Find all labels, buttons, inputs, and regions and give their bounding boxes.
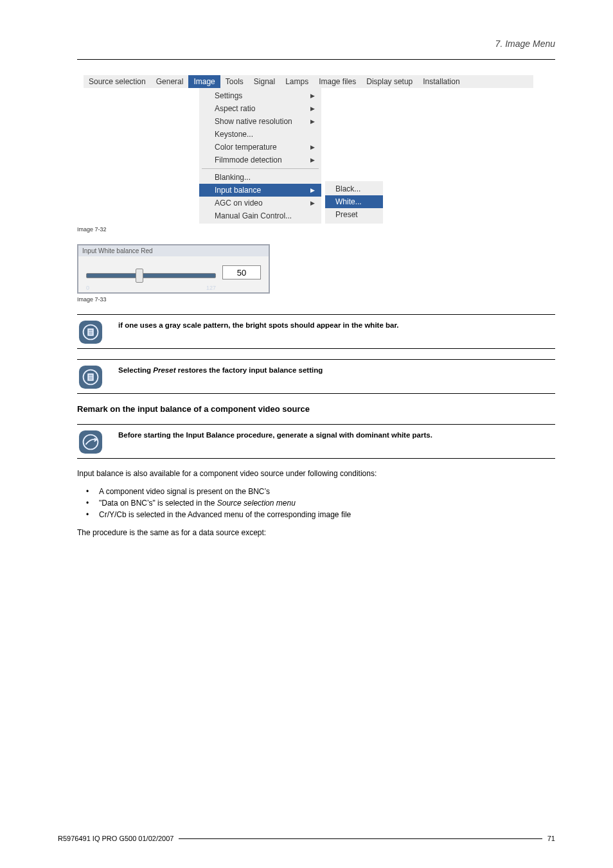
note-icon [78,320,103,344]
slider-thumb[interactable] [136,269,143,283]
tip-icon [78,430,103,454]
svg-rect-12 [79,430,102,454]
slider-max-label: 127 [206,285,216,291]
note-preset: Selecting Preset restores the factory in… [77,359,555,394]
tab-signal[interactable]: Signal [249,75,280,88]
separator [202,168,319,169]
conditions-list: A component video signal is present on t… [84,486,555,520]
menu-aspect-ratio[interactable]: Aspect ratio▶ [199,102,321,115]
chapter-title: 7. Image Menu [77,39,555,53]
menu-input-balance[interactable]: Input balance▶ [199,184,321,197]
chevron-right-icon: ▶ [310,93,315,99]
menu-color-temperature[interactable]: Color temperature▶ [199,141,321,154]
menu-show-native-resolution[interactable]: Show native resolution▶ [199,115,321,128]
chevron-right-icon: ▶ [310,200,315,206]
tab-installation[interactable]: Installation [418,75,465,88]
footer-doc-id: R5976491 IQ PRO G500 01/02/2007 [58,835,173,842]
submenu-black[interactable]: Black... [325,182,383,195]
tab-tools[interactable]: Tools [220,75,249,88]
slider-panel: Input White balance Red 0 127 50 [77,244,270,294]
menu-keystone[interactable]: Keystone... [199,128,321,141]
tab-lamps[interactable]: Lamps [280,75,314,88]
tab-general[interactable]: General [151,75,189,88]
chevron-right-icon: ▶ [310,118,315,125]
list-item: A component video signal is present on t… [84,486,555,497]
caption-image-7-33: Image 7-33 [77,296,555,303]
menu-filmmode-detection[interactable]: Filmmode detection▶ [199,154,321,166]
outro-text: The procedure is the same as for a data … [77,528,555,537]
slider-value[interactable]: 50 [222,265,261,279]
tab-image-files[interactable]: Image files [314,75,361,88]
menu-agc-on-video[interactable]: AGC on video▶ [199,197,321,209]
slider-min-label: 0 [86,285,89,291]
slider-track[interactable]: 0 127 [86,273,216,278]
menu-screenshot: Source selection General Image Tools Sig… [84,75,555,224]
menu-bar: Source selection General Image Tools Sig… [84,75,533,88]
note-icon [78,365,103,389]
submenu-preset[interactable]: Preset [325,208,383,221]
slider-title: Input White balance Red [78,245,269,256]
menu-settings[interactable]: Settings▶ [199,89,321,102]
footer: R5976491 IQ PRO G500 01/02/2007 71 [58,835,555,842]
menu-blanking[interactable]: Blanking... [199,171,321,184]
menu-manual-gain-control[interactable]: Manual Gain Control... [199,209,321,222]
intro-text: Input balance is also available for a co… [77,469,555,478]
chevron-right-icon: ▶ [310,105,315,112]
tab-source-selection[interactable]: Source selection [84,75,151,88]
note-text: if one uses a gray scale pattern, the br… [118,319,398,330]
section-heading: Remark on the input balance of a compone… [77,404,555,414]
submenu-white[interactable]: White... [325,195,383,208]
image-dropdown: Settings▶ Aspect ratio▶ Show native reso… [199,88,321,224]
note-gray-scale: if one uses a gray scale pattern, the br… [77,314,555,349]
header-rule [77,59,555,60]
chevron-right-icon: ▶ [310,187,315,193]
chevron-right-icon: ▶ [310,144,315,150]
tab-display-setup[interactable]: Display setup [361,75,418,88]
caption-image-7-32: Image 7-32 [77,226,555,233]
list-item: "Data on BNC’s" is selected in the Sourc… [84,497,555,509]
note-dominant-white: Before starting the Input Balance proced… [77,424,555,459]
note-text: Before starting the Input Balance proced… [118,429,432,440]
list-item: Cr/Y/Cb is selected in the Advanced menu… [84,509,555,520]
chevron-right-icon: ▶ [310,157,315,163]
footer-page-number: 71 [547,835,555,842]
tab-image[interactable]: Image [188,75,220,88]
note-text: Selecting Preset restores the factory in… [118,364,323,375]
input-balance-submenu: Black... White... Preset [325,181,383,224]
